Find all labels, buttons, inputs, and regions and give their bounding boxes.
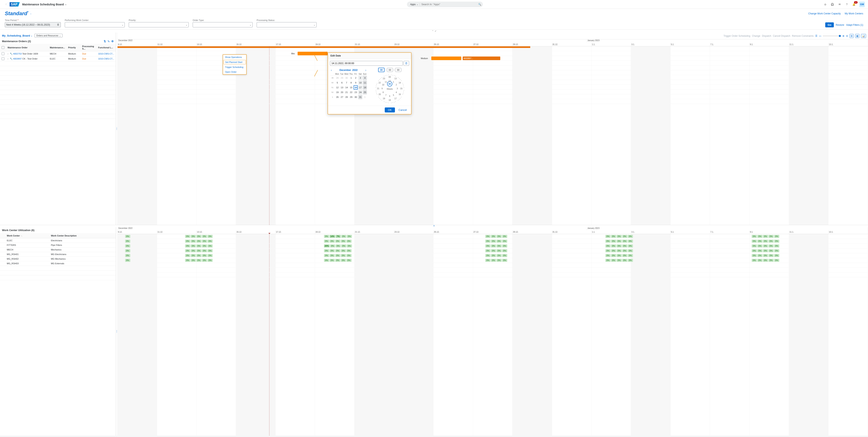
- utilization-cell[interactable]: 0%: [617, 254, 622, 257]
- utilization-cell[interactable]: 0%: [125, 249, 130, 252]
- utilization-cell[interactable]: 0%: [606, 259, 611, 262]
- table-row[interactable]: MG_RSH03MG Externals: [0, 261, 116, 266]
- utilization-cell[interactable]: 0%: [208, 259, 213, 262]
- clock-hour[interactable]: 3: [396, 88, 399, 90]
- collapse-all-icon[interactable]: ⤡: [107, 40, 110, 43]
- collapse-header-bar[interactable]: ⌃ ⤢: [0, 29, 868, 33]
- performing-wc-select[interactable]: ⌄: [65, 22, 125, 27]
- utilization-cell[interactable]: 0%: [628, 240, 633, 243]
- calendar-day[interactable]: 9: [353, 80, 358, 85]
- utilization-cell[interactable]: 0%: [485, 244, 491, 247]
- utilization-cell[interactable]: 0%: [611, 240, 616, 243]
- legend-icon[interactable]: ☰: [815, 35, 817, 37]
- dispatch-button[interactable]: Dispatch: [762, 35, 771, 37]
- calendar-day[interactable]: 15: [349, 85, 353, 90]
- calendar-day[interactable]: 23: [353, 90, 358, 95]
- utilization-cell[interactable]: 0%: [611, 235, 616, 238]
- utilization-cell[interactable]: 0%: [202, 254, 207, 257]
- clock-hour[interactable]: 17: [394, 97, 397, 100]
- hours-box[interactable]: 00: [378, 68, 384, 72]
- utilization-cell[interactable]: 0%: [774, 235, 779, 238]
- clock-hour[interactable]: 6: [388, 95, 391, 97]
- utilization-cell[interactable]: 0%: [752, 244, 757, 247]
- clock-hour[interactable]: 4: [395, 91, 398, 94]
- utilization-cell[interactable]: 0%: [757, 259, 763, 262]
- utilization-cell[interactable]: 0%: [324, 249, 329, 252]
- bird-eye-icon[interactable]: ▭: [819, 35, 821, 37]
- clock-hour[interactable]: 1: [392, 81, 395, 83]
- copilot-icon[interactable]: ◎: [823, 2, 827, 6]
- utilization-cell[interactable]: 0%: [752, 235, 757, 238]
- utilization-cell[interactable]: 0%: [341, 244, 346, 247]
- table-row[interactable]: MG_RSH02MG Mechanics: [0, 257, 116, 261]
- utilization-cell[interactable]: 0%: [202, 235, 207, 238]
- col-wc-description[interactable]: Work Center Description: [49, 233, 116, 238]
- calendar-day[interactable]: 22: [349, 90, 353, 95]
- utilization-cell[interactable]: 0%: [774, 259, 779, 262]
- order-number-link[interactable]: 4002753: [13, 53, 22, 55]
- utilization-cell[interactable]: 0%: [202, 244, 207, 247]
- back-button[interactable]: 〈: [3, 2, 8, 7]
- help-icon[interactable]: ?: [845, 2, 849, 6]
- utilization-cell[interactable]: 0%: [346, 259, 351, 262]
- calendar-day[interactable]: 28: [335, 76, 339, 80]
- calendar-day[interactable]: 12: [335, 85, 339, 90]
- calendar-day[interactable]: 29: [349, 95, 353, 99]
- calendar-day[interactable]: 3: [358, 76, 362, 80]
- row-checkbox[interactable]: [2, 57, 4, 60]
- utilization-cell[interactable]: 0%: [125, 240, 130, 243]
- utilization-cell[interactable]: 0%: [330, 259, 335, 262]
- utilization-cell[interactable]: 0%: [752, 240, 757, 243]
- utilization-cell[interactable]: 0%: [496, 240, 502, 243]
- vertical-splitter[interactable]: ⋮: [116, 33, 118, 225]
- utilization-cell[interactable]: 0%: [752, 249, 757, 252]
- utilization-cell[interactable]: 0%: [757, 254, 763, 257]
- calendar-day[interactable]: 1: [349, 76, 353, 80]
- cancel-dispatch-button[interactable]: Cancel Dispatch: [773, 35, 790, 37]
- calendar-day[interactable]: 20: [340, 90, 344, 95]
- clock-hour[interactable]: 12: [388, 80, 391, 82]
- expand-icon[interactable]: ›: [8, 53, 8, 55]
- utilization-cell[interactable]: 0%: [191, 240, 196, 243]
- order-type-select[interactable]: ⌄: [193, 22, 253, 27]
- clock-face[interactable]: 00 Hours 1212345678910110013141516171819…: [375, 74, 405, 104]
- view-mode-dropdown[interactable]: Orders and Resources ⌄: [34, 34, 63, 37]
- row-checkbox[interactable]: [2, 52, 4, 55]
- utilization-cell[interactable]: 0%: [606, 249, 611, 252]
- prev-month-button[interactable]: ‹: [330, 68, 333, 72]
- utilization-cell[interactable]: 0%: [763, 235, 768, 238]
- utilization-cell[interactable]: 0%: [617, 240, 622, 243]
- utilization-cell[interactable]: 0%: [485, 240, 491, 243]
- utilization-cell[interactable]: 0%: [125, 244, 130, 247]
- variant-title[interactable]: Standard*: [5, 10, 28, 16]
- table-row[interactable]: › 🔧 4002753 Test Order 1609 MECH Medium …: [0, 51, 116, 56]
- utilization-cell[interactable]: 0%: [617, 259, 622, 262]
- utilization-cell[interactable]: 0%: [763, 259, 768, 262]
- calendar-day[interactable]: 16: [353, 85, 358, 90]
- clock-hour[interactable]: 00: [388, 76, 391, 78]
- utilization-cell[interactable]: 0%: [611, 254, 616, 257]
- utilization-cell[interactable]: 0%: [335, 254, 340, 257]
- clock-hour[interactable]: 16: [398, 93, 401, 96]
- bell-icon[interactable]: 🔔41: [852, 2, 856, 6]
- zoom-slider[interactable]: [823, 36, 841, 36]
- calendar-day[interactable]: 7: [344, 80, 348, 85]
- col-work-center[interactable]: Work Center↑↓: [5, 233, 49, 238]
- calendar-day[interactable]: 2: [353, 76, 358, 80]
- utilization-cell[interactable]: 0%: [185, 249, 190, 252]
- utilization-cell[interactable]: 0%: [202, 259, 207, 262]
- table-row[interactable]: FITTERSPipe Fitters: [0, 243, 116, 247]
- menu-show-operations[interactable]: Show Operations: [223, 55, 246, 60]
- horizontal-splitter[interactable]: ⠿: [0, 225, 868, 227]
- utilization-cell[interactable]: 0%: [611, 259, 616, 262]
- gantt-bar-order-1[interactable]: Mec Medium: [298, 52, 328, 55]
- utilization-cell[interactable]: 0%: [330, 244, 335, 247]
- col-funcloc[interactable]: Functional L...: [96, 44, 116, 51]
- clock-hour[interactable]: 11: [384, 81, 388, 83]
- variant-dropdown-icon[interactable]: ⌄: [30, 12, 32, 14]
- cancel-button[interactable]: Cancel: [397, 107, 409, 112]
- utilization-cell[interactable]: 0%: [774, 249, 779, 252]
- utilization-cell[interactable]: 0%: [774, 244, 779, 247]
- utilization-cell[interactable]: 0%: [502, 240, 507, 243]
- adapt-filters-button[interactable]: Adapt Filters (1): [846, 24, 863, 26]
